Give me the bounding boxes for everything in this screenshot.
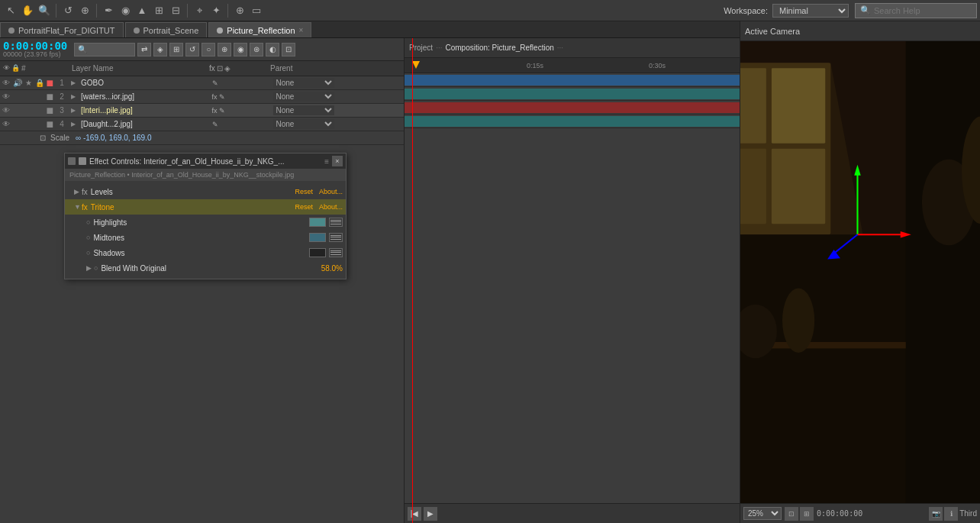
effect-highlights-row[interactable]: ○ Highlights — [65, 215, 346, 230]
solo-icon-3[interactable]: ★ — [24, 105, 34, 116]
parent-select-1[interactable]: None — [273, 78, 334, 88]
layer-controls: 0:00:00:00 00000 (23.976 fps) ⇄ ◈ ⊞ ↺ ○ … — [0, 38, 404, 61]
tritone-expand-icon[interactable]: ▼ — [74, 203, 82, 211]
audio-icon-2[interactable]: 🔊 — [13, 92, 23, 102]
search-help-input[interactable] — [874, 6, 979, 15]
tab-portrait-flat[interactable]: PortraitFlat_For_DIGITUT — [0, 22, 124, 37]
select-tool-icon[interactable]: ↖ — [3, 3, 18, 18]
zoom-select[interactable]: 25% — [743, 507, 782, 520]
shadows-swatch[interactable] — [309, 248, 326, 257]
effect-shadows-row[interactable]: ○ Shadows — [65, 245, 346, 260]
brush-tool-icon[interactable]: ▲ — [134, 3, 150, 18]
audio-icon-3[interactable]: 🔊 — [13, 105, 23, 116]
levels-about-btn[interactable]: About... — [319, 188, 343, 195]
audio-icon-1[interactable]: 🔊 — [13, 78, 23, 89]
blend-value[interactable]: 58.0% — [321, 264, 343, 273]
rotate-icon[interactable]: ↺ — [60, 3, 76, 18]
pen-icon-3[interactable]: ✎ — [219, 107, 225, 115]
parent-select-2[interactable]: None — [273, 92, 334, 102]
shape-tool-icon[interactable]: ◉ — [118, 3, 133, 18]
transport-prev[interactable]: |◀ — [408, 507, 421, 521]
levels-reset-btn[interactable]: Reset — [295, 188, 313, 195]
lock-icon-1[interactable]: 🔒 — [35, 78, 45, 89]
levels-expand-icon[interactable]: ▶ — [74, 188, 82, 195]
anchor-icon[interactable]: ⊕ — [232, 3, 247, 18]
panel-close-button[interactable]: × — [332, 156, 343, 166]
hand-tool-icon[interactable]: ✋ — [20, 3, 35, 18]
highlights-lines[interactable] — [329, 218, 343, 227]
fx-icon-2[interactable]: fx — [212, 93, 218, 101]
tab-close-icon[interactable]: × — [299, 26, 304, 34]
tritone-reset-btn[interactable]: Reset — [295, 203, 313, 211]
lock-icon-2[interactable]: 🔒 — [35, 92, 45, 102]
expand-4[interactable]: ▶ — [69, 120, 78, 129]
time-display[interactable]: 0:00:00:00 — [3, 40, 67, 51]
eraser-icon[interactable]: ⊟ — [168, 3, 183, 18]
workspace-select[interactable]: Minimal — [772, 4, 849, 18]
blend-expand-icon[interactable]: ▶ — [86, 264, 94, 272]
safe-icon[interactable]: ⊞ — [800, 507, 814, 521]
layer-ctrl-btn9[interactable]: ◐ — [266, 43, 279, 56]
layer-row-2[interactable]: 👁 🔊 ★ 🔒 ■ 2 ▶ [waters...ior.jpg] fx ✎ No… — [0, 90, 404, 104]
expand-2[interactable]: ▶ — [69, 92, 78, 102]
layer-row-1[interactable]: 👁 🔊 ★ 🔒 ■ 1 ▶ GOBO ✎ None — [0, 76, 404, 90]
clone-icon[interactable]: ⊞ — [151, 3, 166, 18]
puppet-icon[interactable]: ✦ — [208, 3, 224, 18]
layer-ctrl-btn5[interactable]: ○ — [201, 43, 215, 56]
mode-header: ◈ — [224, 64, 230, 73]
expand-1[interactable]: ▶ — [69, 79, 78, 88]
shadows-lines[interactable] — [329, 248, 343, 257]
tab-picture-reflection[interactable]: Picture_Reflection × — [208, 22, 311, 37]
zoom-tool-icon[interactable]: 🔍 — [37, 3, 52, 18]
panel-menu-icon[interactable]: ≡ — [324, 157, 329, 166]
eye-icon-1[interactable]: 👁 — [2, 78, 11, 89]
parent-select-4[interactable]: None — [273, 119, 334, 129]
midtones-swatch[interactable] — [309, 233, 326, 242]
fit-icon[interactable]: ⊡ — [785, 507, 798, 521]
eye-icon-2[interactable]: 👁 — [2, 92, 11, 102]
effect-tritone-row[interactable]: ▼ fx Tritone Reset About... — [65, 199, 346, 215]
pen-icon-1[interactable]: ✎ — [212, 79, 218, 87]
highlights-swatch[interactable] — [309, 218, 326, 227]
layer-ctrl-btn4[interactable]: ↺ — [185, 43, 199, 56]
info-icon[interactable]: ℹ — [944, 507, 958, 521]
lock-icon-4[interactable]: 🔒 — [35, 119, 45, 130]
pen-tool-icon[interactable]: ✒ — [101, 3, 116, 18]
layer-search-input[interactable] — [74, 43, 135, 56]
camera-icon[interactable]: ⊕ — [77, 3, 92, 18]
parent-select-3[interactable]: None — [273, 105, 334, 115]
roto-icon[interactable]: ⌖ — [192, 3, 207, 18]
layer-ctrl-btn7[interactable]: ◉ — [234, 43, 247, 56]
layer-ctrl-btn3[interactable]: ⊞ — [169, 43, 183, 56]
rect-icon[interactable]: ▭ — [249, 3, 264, 18]
lock-icon-3[interactable]: 🔒 — [35, 105, 45, 116]
layer-ctrl-btn1[interactable]: ⇄ — [137, 43, 151, 56]
tab-portrait-scene[interactable]: Portrait_Scene — [125, 22, 208, 37]
layer-ctrl-btn10[interactable]: ⊡ — [282, 43, 295, 56]
solo-icon-4[interactable]: ★ — [24, 119, 34, 130]
layer-row-3[interactable]: 👁 🔊 ★ 🔒 ■ 3 ▶ [Interi...pile.jpg] fx ✎ N… — [0, 104, 404, 118]
audio-icon-4[interactable]: 🔊 — [13, 119, 23, 130]
effect-blend-row[interactable]: ▶ ○ Blend With Original 58.0% — [65, 260, 346, 276]
midtones-lines[interactable] — [329, 233, 343, 242]
solo-icon-2[interactable]: ★ — [24, 92, 34, 102]
effect-levels-row[interactable]: ▶ fx Levels Reset About... — [65, 184, 346, 199]
fx-icon-3[interactable]: fx — [212, 107, 218, 115]
tritone-about-btn[interactable]: About... — [319, 203, 343, 211]
layer-ctrl-btn6[interactable]: ⊕ — [218, 43, 231, 56]
transport-play[interactable]: ▶ — [424, 507, 437, 521]
solo-icon-1[interactable]: ★ — [24, 78, 34, 89]
layer-ctrl-btn8[interactable]: ⊛ — [250, 43, 263, 56]
snapshot-icon[interactable]: 📷 — [929, 507, 943, 521]
search-help-box[interactable]: 🔍 — [855, 3, 977, 18]
layer-4-fx: ✎ — [212, 121, 273, 128]
highlights-label: Highlights — [93, 218, 309, 227]
eye-icon-3[interactable]: 👁 — [2, 105, 11, 116]
pen-icon-4[interactable]: ✎ — [212, 121, 218, 128]
eye-icon-4[interactable]: 👁 — [2, 119, 11, 130]
layer-ctrl-btn2[interactable]: ◈ — [153, 43, 167, 56]
effect-midtones-row[interactable]: ○ Midtones — [65, 230, 346, 245]
expand-3[interactable]: ▶ — [69, 106, 78, 115]
layer-row-4[interactable]: 👁 🔊 ★ 🔒 ■ 4 ▶ [Daught...2.jpg] ✎ None — [0, 118, 404, 131]
pen-icon-2[interactable]: ✎ — [219, 93, 225, 101]
